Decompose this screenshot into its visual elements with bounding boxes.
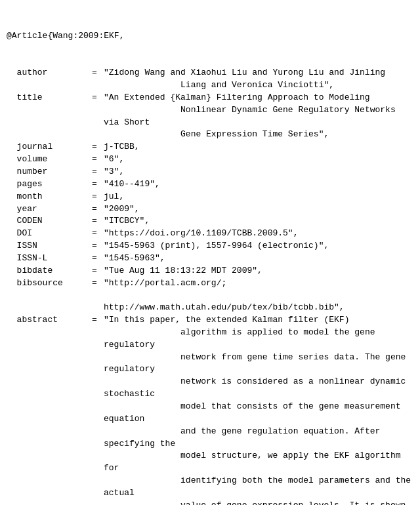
field-row: ISSN = "1545-5963 (print), 1557-9964 (el… [7, 240, 413, 253]
field-name: volume [7, 153, 92, 166]
field-equals: = [92, 314, 104, 327]
entry-header: @Article{Wang:2009:EKF, [7, 30, 413, 43]
field-row: title = "An Extended {Kalman} Filtering … [7, 92, 413, 141]
field-value: "http://portal.acm.org/; http://www.math… [104, 277, 413, 315]
field-value: "3", [104, 166, 413, 178]
field-equals: = [92, 203, 104, 216]
field-row: month = jul, [7, 191, 413, 203]
field-name: bibdate [7, 265, 92, 277]
field-name: ISSN [7, 240, 92, 253]
field-value: "6", [104, 153, 413, 166]
field-row: author = "Zidong Wang and Xiaohui Liu an… [7, 67, 413, 92]
field-row: journal = j-TCBB, [7, 141, 413, 153]
field-value: "Zidong Wang and Xiaohui Liu and Yurong … [104, 67, 413, 92]
field-value: "410--419", [104, 178, 413, 191]
field-value: jul, [104, 191, 413, 203]
field-value: "2009", [104, 203, 413, 216]
field-name: title [7, 92, 92, 104]
field-name: month [7, 191, 92, 203]
field-value: "Tue Aug 11 18:13:22 MDT 2009", [104, 265, 413, 277]
field-name: CODEN [7, 215, 92, 228]
field-equals: = [92, 166, 104, 178]
field-value: "ITCBCY", [104, 215, 413, 228]
field-value: "1545-5963 (print), 1557-9964 (electroni… [104, 240, 413, 253]
field-row: pages = "410--419", [7, 178, 413, 191]
field-name: DOI [7, 228, 92, 240]
field-row: CODEN = "ITCBCY", [7, 215, 413, 228]
field-equals: = [92, 240, 104, 253]
field-value: "An Extended {Kalman} Filtering Approach… [104, 92, 413, 141]
field-equals: = [92, 253, 104, 265]
field-equals: = [92, 178, 104, 191]
field-row: bibsource = "http://portal.acm.org/; htt… [7, 277, 413, 315]
field-row: volume = "6", [7, 153, 413, 166]
field-name: bibsource [7, 277, 92, 290]
field-equals: = [92, 141, 104, 153]
bibtex-entry: @Article{Wang:2009:EKF, author = "Zidong… [7, 5, 413, 505]
field-equals: = [92, 215, 104, 228]
field-row: year = "2009", [7, 203, 413, 216]
field-equals: = [92, 92, 104, 104]
field-row: ISSN-L = "1545-5963", [7, 253, 413, 265]
field-equals: = [92, 277, 104, 290]
field-name: pages [7, 178, 92, 191]
field-row: DOI = "https://doi.org/10.1109/TCBB.2009… [7, 228, 413, 240]
field-row: abstract = "In this paper, the extended … [7, 314, 413, 505]
field-name: number [7, 166, 92, 178]
field-equals: = [92, 228, 104, 240]
field-row: number = "3", [7, 166, 413, 178]
field-name: author [7, 67, 92, 79]
field-equals: = [92, 191, 104, 203]
field-row: bibdate = "Tue Aug 11 18:13:22 MDT 2009"… [7, 265, 413, 277]
field-value: "1545-5963", [104, 253, 413, 265]
field-equals: = [92, 153, 104, 166]
field-name: ISSN-L [7, 253, 92, 265]
field-value: "In this paper, the extended Kalman filt… [104, 314, 413, 505]
field-name: year [7, 203, 92, 216]
field-equals: = [92, 265, 104, 277]
field-equals: = [92, 67, 104, 79]
field-value: "https://doi.org/10.1109/TCBB.2009.5", [104, 228, 413, 240]
field-name: journal [7, 141, 92, 153]
field-value: j-TCBB, [104, 141, 413, 153]
field-name: abstract [7, 314, 92, 327]
